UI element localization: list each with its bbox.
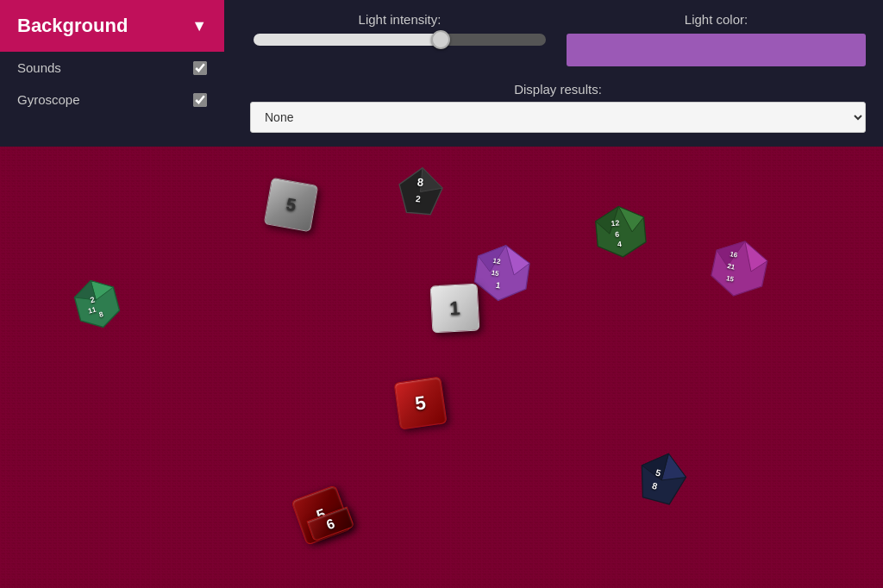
die-gray-d6[interactable]: 5 — [264, 178, 319, 233]
svg-marker-10 — [594, 204, 647, 259]
light-color-section: Light color: — [567, 12, 866, 66]
background-label: Background — [17, 15, 128, 37]
slider-container — [250, 34, 549, 49]
light-intensity-label: Light intensity: — [359, 12, 442, 27]
svg-text:4: 4 — [617, 240, 622, 248]
chevron-down-icon: ▼ — [191, 17, 207, 35]
die-red-d6[interactable]: 5 — [393, 376, 447, 429]
sounds-row: Sounds — [0, 52, 224, 84]
display-results-select[interactable]: None Sum Individual Sum + Individual — [250, 102, 866, 133]
controls-top: Light intensity: Light color: — [250, 12, 866, 66]
light-color-label: Light color: — [685, 12, 748, 27]
gyroscope-checkbox[interactable] — [193, 93, 207, 107]
gyroscope-row: Gyroscope — [0, 84, 224, 116]
die-dark-d8[interactable]: 8 2 — [390, 161, 450, 222]
svg-text:6: 6 — [615, 230, 620, 239]
background-button[interactable]: Background ▼ — [0, 0, 224, 52]
die-darkblue-d8[interactable]: 5 8 — [623, 441, 702, 521]
display-results-section: Display results: None Sum Individual Sum… — [250, 82, 866, 133]
light-color-swatch[interactable] — [567, 34, 866, 66]
die-green-d10[interactable]: 2 11 8 — [63, 270, 132, 339]
display-results-label: Display results: — [250, 82, 866, 97]
sounds-label: Sounds — [17, 60, 61, 75]
svg-text:8: 8 — [416, 176, 424, 190]
app-container: Background ▼ Sounds Gyroscope Light inte… — [0, 0, 883, 588]
top-bar: Background ▼ Sounds Gyroscope Light inte… — [0, 0, 883, 147]
svg-text:12: 12 — [611, 218, 620, 228]
sounds-checkbox[interactable] — [193, 61, 207, 75]
gyroscope-label: Gyroscope — [17, 92, 80, 107]
right-panel: Light intensity: Light color: Display re… — [224, 0, 883, 147]
left-panel: Background ▼ Sounds Gyroscope — [0, 0, 224, 147]
light-intensity-section: Light intensity: — [250, 12, 567, 49]
light-intensity-slider[interactable] — [254, 34, 546, 46]
dice-scene[interactable]: 2 11 8 5 8 2 12 6 — [0, 147, 883, 588]
die-darkgreen-d20[interactable]: 12 6 4 — [588, 200, 654, 266]
die-white-d6[interactable]: 1 — [430, 284, 480, 334]
die-pink-d20[interactable]: 16 21 15 — [701, 231, 778, 308]
